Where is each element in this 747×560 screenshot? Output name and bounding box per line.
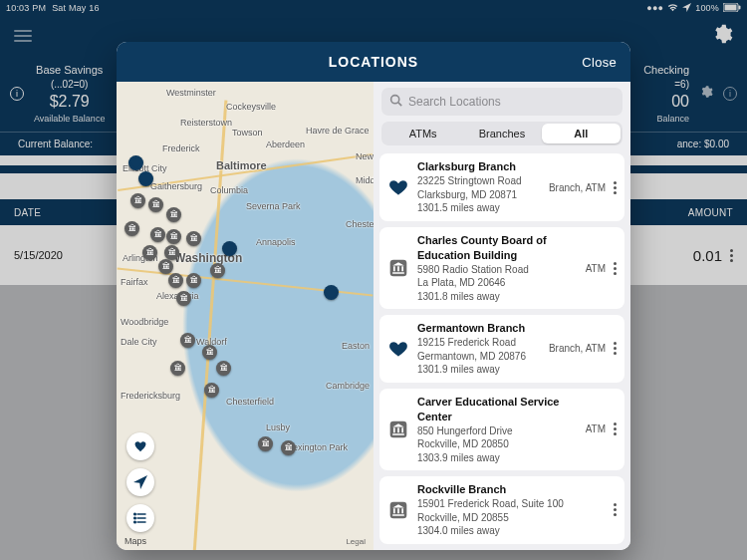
bank-icon	[387, 419, 409, 440]
map-list-button[interactable]	[126, 504, 154, 532]
svg-point-8	[134, 521, 136, 523]
heart-icon	[387, 176, 409, 198]
map-pin-bank[interactable]: 🏛	[166, 207, 181, 222]
search-input[interactable]: Search Locations	[381, 88, 622, 116]
map-label: Frederick	[162, 143, 200, 153]
tab-all[interactable]: All	[542, 124, 621, 143]
location-card[interactable]: Germantown Branch19215 Frederick RoadGer…	[379, 315, 624, 383]
location-card[interactable]: Charles County Board of Education Buildi…	[379, 227, 624, 309]
map-label: Havre de Grace	[306, 126, 370, 136]
location-addr2: Rockville, MD 20850	[417, 437, 578, 451]
map-label: Westminster	[166, 88, 216, 98]
location-title: Carver Educational Service Center	[417, 395, 578, 424]
map-attribution: Maps	[124, 536, 146, 546]
locations-modal: LOCATIONS Close Westminster Cockeysville…	[117, 42, 630, 550]
map-label: Fairfax	[121, 277, 148, 287]
modal-title: LOCATIONS	[329, 54, 418, 70]
location-text: Carver Educational Service Center850 Hun…	[417, 395, 578, 464]
map-pin-bank[interactable]: 🏛	[150, 227, 165, 242]
map-pin-bank[interactable]: 🏛	[210, 263, 225, 278]
location-type: ATM	[586, 423, 606, 434]
more-icon[interactable]	[614, 422, 617, 435]
map-pin-bank[interactable]: 🏛	[176, 291, 191, 306]
filter-segmented: ATMs Branches All	[381, 122, 622, 145]
map-pin-bank[interactable]: 🏛	[216, 361, 231, 376]
location-addr2: La Plata, MD 20646	[417, 276, 578, 290]
bank-icon	[387, 257, 409, 279]
map-pin-bank[interactable]: 🏛	[148, 197, 163, 212]
location-text: Charles County Board of Education Buildi…	[417, 233, 578, 303]
map-label: Towson	[232, 128, 263, 138]
heart-icon	[387, 338, 409, 360]
svg-point-7	[134, 517, 136, 519]
map-label: Lexington Park	[288, 442, 348, 452]
location-addr2: Clarksburg, MD 20871	[417, 188, 541, 202]
map-pin-favorite[interactable]	[222, 241, 237, 256]
location-card[interactable]: Clarksburg Branch23225 Stringtown RoadCl…	[379, 153, 624, 221]
map-label: Columbia	[210, 185, 248, 195]
map-label: Severna Park	[246, 201, 301, 211]
location-title: Clarksburg Branch	[417, 159, 541, 174]
map-pin-bank[interactable]: 🏛	[158, 259, 173, 274]
map-locate-button[interactable]	[126, 468, 154, 496]
close-button[interactable]: Close	[582, 42, 617, 82]
location-addr1: 5980 Radio Station Road	[417, 263, 578, 277]
location-addr1: 23225 Stringtown Road	[417, 174, 541, 188]
map-label: Newark	[356, 151, 374, 161]
map[interactable]: Westminster Cockeysville Havre de Grace …	[117, 82, 374, 550]
map-pin-bank[interactable]: 🏛	[204, 383, 219, 398]
location-text: Clarksburg Branch23225 Stringtown RoadCl…	[417, 159, 541, 214]
location-distance: 1303.9 miles away	[417, 451, 578, 465]
search-icon	[389, 94, 402, 110]
modal-header: LOCATIONS Close	[117, 42, 630, 82]
map-background	[117, 82, 374, 550]
tab-branches[interactable]: Branches	[462, 124, 541, 143]
map-pin-bank[interactable]: 🏛	[170, 361, 185, 376]
more-icon[interactable]	[614, 181, 617, 194]
more-icon[interactable]	[614, 262, 617, 275]
map-label: Fredericksburg	[121, 391, 180, 401]
map-label: Annapolis	[256, 237, 296, 247]
map-pin-bank[interactable]: 🏛	[202, 345, 217, 360]
map-pin-bank[interactable]: 🏛	[142, 245, 157, 260]
location-card[interactable]: Rockville Branch15901 Frederick Road, Su…	[379, 476, 624, 544]
location-distance: 1301.5 miles away	[417, 201, 541, 215]
location-title: Rockville Branch	[417, 482, 598, 497]
map-label: Easton	[342, 341, 370, 351]
location-distance: 1301.8 miles away	[417, 290, 578, 304]
map-pin-bank[interactable]: 🏛	[124, 221, 139, 236]
map-pin-bank[interactable]: 🏛	[168, 273, 183, 288]
location-addr1: 850 Hungerford Drive	[417, 424, 578, 438]
search-placeholder: Search Locations	[408, 95, 501, 109]
location-addr2: Rockville, MD 20855	[417, 511, 598, 525]
more-icon[interactable]	[614, 503, 617, 516]
map-pin-bank[interactable]: 🏛	[180, 333, 195, 348]
location-addr1: 19215 Frederick Road	[417, 336, 541, 350]
map-pin-bank[interactable]: 🏛	[166, 229, 181, 244]
location-addr2: Germantown, MD 20876	[417, 350, 541, 364]
map-pin-bank[interactable]: 🏛	[258, 436, 273, 451]
location-distance: 1301.9 miles away	[417, 363, 541, 377]
map-pin-favorite[interactable]	[138, 171, 153, 186]
location-text: Germantown Branch19215 Frederick RoadGer…	[417, 321, 541, 376]
map-label: Lusby	[266, 422, 290, 432]
map-pin-bank[interactable]: 🏛	[186, 273, 201, 288]
map-pin-bank[interactable]: 🏛	[164, 245, 179, 260]
map-pin-favorite[interactable]	[128, 155, 143, 170]
map-label: Cockeysville	[226, 102, 276, 112]
location-text: Rockville Branch15901 Frederick Road, Su…	[417, 482, 598, 537]
map-legal-link[interactable]: Legal	[346, 537, 366, 546]
map-pin-bank[interactable]: 🏛	[186, 231, 201, 246]
location-type: ATM	[586, 263, 606, 274]
locations-list[interactable]: Clarksburg Branch23225 Stringtown RoadCl…	[374, 153, 630, 550]
map-label: Chesterfield	[226, 397, 274, 407]
map-favorites-button[interactable]	[126, 432, 154, 460]
map-pin-bank[interactable]: 🏛	[130, 193, 145, 208]
tab-atms[interactable]: ATMs	[383, 124, 462, 143]
map-pin-bank[interactable]: 🏛	[281, 440, 296, 455]
map-pin-favorite[interactable]	[324, 285, 339, 300]
location-card[interactable]: Carver Educational Service Center850 Hun…	[379, 389, 624, 470]
locations-panel: Search Locations ATMs Branches All Clark…	[374, 82, 630, 550]
more-icon[interactable]	[614, 342, 617, 355]
map-label: Baltimore	[216, 159, 267, 171]
